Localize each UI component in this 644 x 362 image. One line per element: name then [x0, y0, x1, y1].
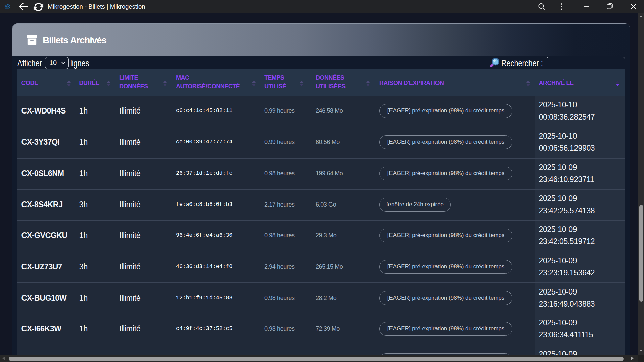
svg-text:MK: MK [5, 5, 10, 9]
